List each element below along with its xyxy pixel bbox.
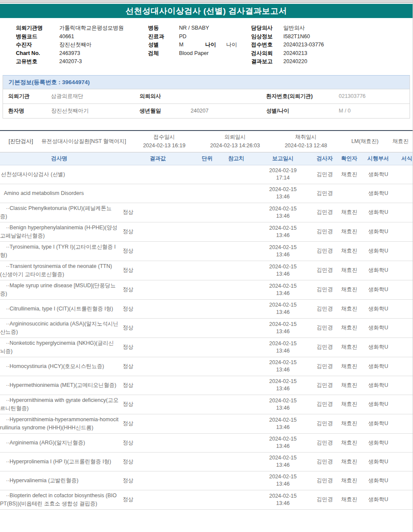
- info-label: 병동: [148, 24, 179, 33]
- info-row: 고유번호240207-3: [16, 58, 148, 66]
- info-row: 의뢰기관명가톨릭대학교은평성모병원: [16, 24, 148, 33]
- column-header-confirmer: 확인자: [337, 155, 361, 162]
- time-value: 2024-02-13 16:19: [129, 141, 200, 150]
- test-result-row: ··Biopterin defect in cofactor biosynthe…: [0, 490, 413, 510]
- confirmer-cell: 채효진: [337, 344, 361, 351]
- time-label: 채취일시: [270, 133, 341, 141]
- reported-datetime: 2024-02-15 13:46: [264, 397, 301, 412]
- test-result-row: ··Homocystinuria (HCY)(호모시스틴뇨증) 정상 2024-…: [0, 357, 413, 376]
- test-result-row: Amino acid metabolism Disorders 2024-02-…: [0, 184, 413, 203]
- department-cell: 생화학U: [361, 324, 395, 331]
- confirmer-cell: 채효진: [337, 171, 361, 178]
- reported-datetime: 2024-02-15 13:46: [264, 283, 301, 297]
- test-name-cell: ··Maple syrup urine disease [MSUD](단풍당뇨증…: [0, 282, 120, 298]
- reported-cell: 2024-02-15 13:46: [253, 283, 313, 297]
- result-cell: 정상: [120, 209, 195, 216]
- info-label: 고유번호: [16, 58, 59, 66]
- result-cell: 정상: [120, 324, 195, 331]
- department-cell: 생화학U: [361, 267, 395, 274]
- basic-label-1: 의뢰기관: [8, 93, 51, 100]
- tester-cell: 김민경: [313, 324, 337, 331]
- department-cell: 생화학U: [361, 209, 395, 216]
- basic-label-3: 성별/나이: [266, 107, 339, 115]
- test-result-row: ··Tyrosinemia, type I (TYR I)(고타이로신혈증 I형…: [0, 242, 413, 261]
- test-result-row: 선천성대사이상검사 (선별) 2024-02-19 17:14 김민경 채효진 …: [0, 165, 413, 184]
- reported-datetime: 2024-02-15 13:46: [264, 378, 301, 392]
- reported-datetime: 2024-02-15 13:46: [264, 225, 301, 239]
- column-header-reference: 참고치: [219, 155, 253, 162]
- confirmer-cell: 채효진: [337, 324, 361, 331]
- confirmer-cell: 채효진: [337, 228, 361, 235]
- info-label: 결과보고: [251, 58, 283, 66]
- basic-label-2: 생년월일: [140, 107, 191, 115]
- tester-cell: 김민경: [313, 190, 337, 197]
- department-cell: 생화학U: [361, 286, 395, 293]
- reported-datetime: 2024-02-15 13:46: [264, 321, 301, 335]
- time-label: 의뢰일시: [200, 133, 270, 141]
- result-cell: 정상: [120, 496, 195, 503]
- test-result-row: ··Nonketotic hyperglycinemia (NKHG)(글리신뇌…: [0, 338, 413, 357]
- tester-cell: 김민경: [313, 228, 337, 235]
- test-result-row: ··Argininemia (ARG)(알지닌혈증) 정상 2024-02-15…: [0, 434, 413, 453]
- result-cell: 정상: [120, 401, 195, 408]
- reported-cell: 2024-02-15 13:46: [253, 321, 313, 335]
- test-name-cell: ··Nonketotic hyperglycinemia (NKHG)(글리신뇌…: [0, 339, 120, 356]
- tester-cell: 김민경: [313, 267, 337, 274]
- info-row: 접수번호20240213-03776: [251, 41, 413, 49]
- reported-datetime: 2024-02-15 13:46: [264, 205, 301, 220]
- reported-datetime: 2024-02-15 13:46: [264, 416, 301, 431]
- result-cell: 정상: [120, 286, 195, 293]
- test-name-cell: 선천성대사이상검사 (선별): [0, 170, 120, 179]
- column-header-tester: 검사자: [313, 155, 337, 162]
- info-label-2: 나이: [205, 41, 226, 49]
- test-name-cell: ··Benign hyperphenylalaninemia (H-PHE)(양…: [0, 224, 120, 240]
- test-result-row: ··Hyperornithinemia with gyrate deficien…: [0, 395, 413, 414]
- department-cell: 생화학U: [361, 458, 395, 465]
- department-cell: 생화학U: [361, 496, 395, 503]
- column-header-unit: 단위: [195, 155, 219, 162]
- tester-cell: 김민경: [313, 363, 337, 370]
- department-cell: 생화학U: [361, 171, 395, 178]
- department-cell: 생화학U: [361, 228, 395, 235]
- info-row: 검체Blood Paper: [148, 49, 251, 58]
- test-name-cell: ··Argininemia (ARG)(알지닌혈증): [0, 439, 120, 447]
- test-name-cell: ··Transient tyrosinemia of the neonate (…: [0, 262, 120, 279]
- reported-cell: 2024-02-15 13:46: [253, 263, 313, 278]
- info-row: 성별M나이나이: [148, 41, 251, 49]
- test-name-cell: ··Citrullinemia, type I (CIT)(시트룰린혈증 I형): [0, 305, 120, 313]
- basic-info-section: 기본정보(등록번호 : 39644974) 의뢰기관삼광의료재단의뢰의사환자번호…: [3, 75, 410, 119]
- reported-cell: 2024-02-15 13:46: [253, 435, 313, 450]
- info-label: 의뢰기관명: [16, 24, 59, 33]
- basic-label-1: 환자명: [8, 107, 51, 115]
- diagnosis-time-column: 채취일시 2024-02-13 12:48: [270, 133, 341, 150]
- reported-datetime: 2024-02-15 13:46: [264, 454, 301, 469]
- info-value: I582T1N60: [283, 33, 310, 40]
- result-cell: 정상: [120, 382, 195, 389]
- column-header-test-name: 검사명: [0, 155, 120, 163]
- reported-datetime: 2024-02-15 13:46: [264, 244, 301, 258]
- reported-cell: 2024-02-19 17:14: [253, 167, 313, 182]
- info-value: 일반의사: [283, 25, 305, 31]
- confirmer-cell: 채효진: [337, 439, 361, 447]
- basic-info-row: 의뢰기관삼광의료재단의뢰의사환자번호(의뢰기관)021303776: [3, 89, 410, 103]
- info-value: Blood Paper: [179, 49, 205, 58]
- diagnosis-tag: [진단검사]: [0, 138, 39, 145]
- patient-info-middle-column: 병동NR / SBABY 진료과PD 성별M나이나이 검체Blood Paper: [148, 24, 251, 66]
- confirmer-cell: 채효진: [337, 420, 361, 427]
- test-name-cell: ··Hypermethioninemia (MET)(고메티오닌혈증): [0, 381, 120, 389]
- time-label: 접수일시: [129, 133, 200, 141]
- result-cell: 정상: [120, 477, 195, 484]
- reported-cell: 2024-02-15 13:46: [253, 186, 313, 201]
- column-header-reported: 보고일시: [253, 155, 313, 162]
- test-result-row: ··Hypervalinemia (고발린혈증) 정상 2024-02-15 1…: [0, 471, 413, 490]
- test-name-cell: ··Hypervalinemia (고발린혈증): [0, 477, 120, 485]
- tester-cell: 김민경: [313, 401, 337, 408]
- reported-cell: 2024-02-15 13:46: [253, 340, 313, 355]
- confirmer-cell: 채효진: [337, 477, 361, 484]
- test-result-row: ··Hyperprolinemia I (HP I)(고프롤린혈증 I형) 정상…: [0, 453, 413, 471]
- info-value: 20240213-03776: [283, 42, 324, 48]
- tester-cell: 김민경: [313, 477, 337, 484]
- result-cell: 정상: [120, 439, 195, 447]
- basic-label-3: 환자번호(의뢰기관): [266, 93, 339, 100]
- info-value: 20240213: [283, 50, 307, 56]
